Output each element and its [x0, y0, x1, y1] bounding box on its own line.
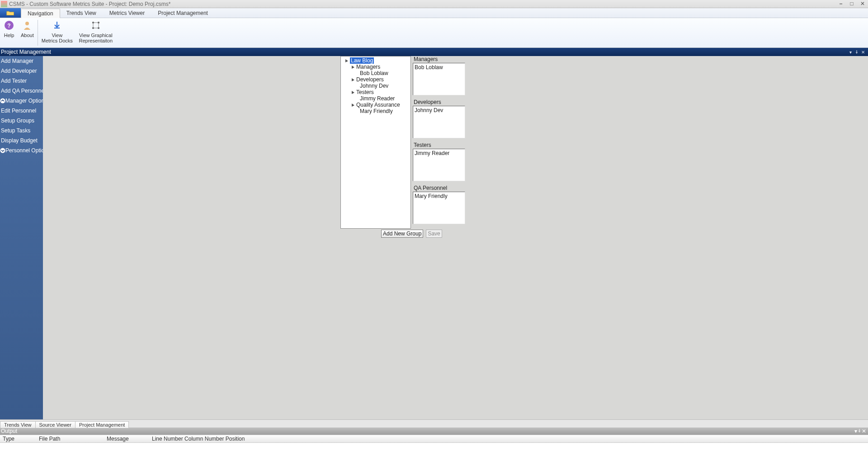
menu-bar: Navigation Trends View Metrics Viewer Pr… — [0, 8, 868, 18]
sidebar-item-label: Add Manager — [1, 58, 33, 64]
sidebar-item-display-budget[interactable]: Display Budget — [0, 136, 43, 146]
bottom-tab-bar: Trends View Source Viewer Project Manage… — [0, 419, 868, 428]
save-button[interactable]: Save — [426, 230, 442, 238]
about-button[interactable]: About — [18, 18, 37, 47]
menu-tab-project-management[interactable]: Project Management — [151, 8, 215, 18]
testers-list-box[interactable]: Jimmy Reader — [413, 149, 465, 181]
tree-group-node[interactable]: Developers — [342, 76, 410, 83]
sidebar-item-label: Add Tester — [1, 78, 27, 84]
menu-tab-trends-view[interactable]: Trends View — [60, 8, 103, 18]
file-menu-button[interactable] — [0, 8, 21, 18]
tree-node-label: Quality Assurance — [356, 102, 400, 108]
download-arrow-icon — [51, 19, 63, 32]
tree-expander-icon[interactable] — [351, 65, 355, 69]
group-tree[interactable]: Law Blog Managers Bob Loblaw Developers … — [340, 56, 411, 229]
maximize-button[interactable]: □ — [846, 1, 857, 7]
sidebar-item-label: Edit Personnel — [1, 108, 36, 114]
managers-list-box[interactable]: Bob Loblaw — [413, 63, 465, 95]
tree-member-node[interactable]: Bob Loblaw — [342, 70, 410, 76]
ribbon-label: About — [21, 33, 34, 38]
tree-node-label: Johnny Dev — [360, 83, 388, 89]
tree-expander-icon[interactable] — [351, 90, 355, 94]
tree-root-node[interactable]: Law Blog — [342, 57, 410, 64]
sidebar-item-setup-groups[interactable]: Setup Groups — [0, 116, 43, 126]
dock-pin-icon[interactable] — [854, 49, 860, 55]
panel-label-qa-personnel: QA Personnel — [414, 185, 465, 191]
tree-group-node[interactable]: Testers — [342, 89, 410, 95]
svg-text:?: ? — [7, 23, 10, 29]
tree-member-node[interactable]: Jimmy Reader — [342, 95, 410, 102]
tree-node-label: Bob Loblaw — [360, 70, 388, 76]
panel-label-developers: Developers — [414, 99, 465, 105]
sidebar-item-add-manager[interactable]: Add Manager — [0, 56, 43, 66]
menu-tab-label: Trends View — [66, 10, 96, 16]
about-icon — [21, 19, 33, 32]
add-new-group-button[interactable]: Add New Group — [381, 230, 423, 238]
sidebar-item-label: Add Developer — [1, 68, 37, 74]
dock-close-icon[interactable]: ✕ — [860, 49, 866, 55]
ribbon-label: View Metrics Docks — [42, 33, 73, 43]
minimize-button[interactable]: – — [835, 1, 846, 7]
output-table-header: Type File Path Message Line Number Colum… — [0, 435, 868, 443]
panel-label-managers: Managers — [414, 56, 465, 62]
sidebar-item-setup-tasks[interactable]: Setup Tasks — [0, 126, 43, 136]
help-icon: ? — [3, 19, 15, 32]
chevron-down-icon — [0, 147, 5, 154]
sidebar-item-edit-personnel[interactable]: Edit Personnel — [0, 106, 43, 116]
sidebar-item-manager-options[interactable]: Manager Options — [0, 96, 43, 106]
sidebar-item-label: Setup Groups — [1, 118, 34, 124]
help-button[interactable]: ? Help — [0, 18, 18, 47]
output-title: Output — [1, 428, 17, 434]
sidebar-item-label: Add QA Personnel — [1, 88, 46, 94]
output-header-line-number[interactable]: Line Number Column Number Position — [149, 436, 250, 442]
sidebar-item-label: Display Budget — [1, 137, 38, 144]
sidebar-item-add-qa-personnel[interactable]: Add QA Personnel — [0, 86, 43, 96]
dock-header: Project Management ▾ ✕ — [0, 48, 868, 56]
bottom-tab-source-viewer[interactable]: Source Viewer — [35, 421, 75, 428]
output-header-file-path[interactable]: File Path — [36, 436, 104, 442]
sidebar-item-add-developer[interactable]: Add Developer — [0, 66, 43, 76]
svg-point-2 — [25, 22, 29, 25]
output-body[interactable] — [0, 443, 868, 470]
output-header-message[interactable]: Message — [104, 436, 149, 442]
menu-tab-metrics-viewer[interactable]: Metrics Viewer — [103, 8, 151, 18]
output-header-type[interactable]: Type — [0, 436, 36, 442]
sidebar-item-label: Manager Options — [5, 98, 47, 104]
tree-node-label: Developers — [356, 76, 384, 83]
close-button[interactable]: ✕ — [857, 1, 868, 7]
sidebar-item-add-tester[interactable]: Add Tester — [0, 76, 43, 86]
sidebar: Add Manager Add Developer Add Tester Add… — [0, 56, 43, 419]
ribbon-label: View Graphical Representaiton — [79, 33, 113, 43]
view-metrics-docks-button[interactable]: View Metrics Docks — [39, 18, 75, 47]
tree-group-node[interactable]: Managers — [342, 64, 410, 70]
sidebar-item-label: Setup Tasks — [1, 127, 30, 134]
dock-dropdown-icon[interactable]: ▾ — [847, 49, 854, 55]
menu-tab-navigation[interactable]: Navigation — [21, 9, 60, 18]
menu-tab-label: Project Management — [158, 10, 208, 16]
tree-expander-icon[interactable] — [351, 103, 355, 107]
dock-close-icon[interactable]: ✕ — [862, 428, 866, 434]
app-icon — [1, 1, 7, 7]
developers-list-box[interactable]: Johnny Dev — [413, 106, 465, 138]
view-graphical-representation-button[interactable]: View Graphical Representaiton — [75, 18, 116, 47]
sidebar-item-personnel-options[interactable]: Personnel Options — [0, 146, 43, 155]
tree-node-label: Jimmy Reader — [360, 95, 395, 102]
ribbon-label: Help — [4, 33, 14, 38]
tree-member-node[interactable]: Mary Friendly — [342, 108, 410, 114]
chevron-up-icon — [0, 98, 5, 104]
tree-expander-icon[interactable] — [344, 58, 349, 63]
qa-personnel-list-box[interactable]: Mary Friendly — [413, 192, 465, 224]
graph-nodes-icon — [90, 19, 102, 32]
dock-title: Project Management — [1, 49, 51, 55]
bottom-tab-trends-view[interactable]: Trends View — [0, 421, 36, 428]
dock-pin-icon[interactable] — [857, 428, 862, 434]
tree-node-label: Managers — [356, 64, 380, 70]
tree-member-node[interactable]: Johnny Dev — [342, 83, 410, 89]
tree-expander-icon[interactable] — [351, 77, 355, 82]
ribbon-toolbar: ? Help About View Metrics Docks View Gra… — [0, 18, 868, 48]
bottom-tab-project-management[interactable]: Project Management — [75, 421, 129, 428]
svg-point-8 — [0, 99, 5, 103]
menu-tab-label: Metrics Viewer — [109, 10, 145, 16]
tree-group-node[interactable]: Quality Assurance — [342, 102, 410, 108]
main-panel: Law Blog Managers Bob Loblaw Developers … — [43, 56, 868, 419]
